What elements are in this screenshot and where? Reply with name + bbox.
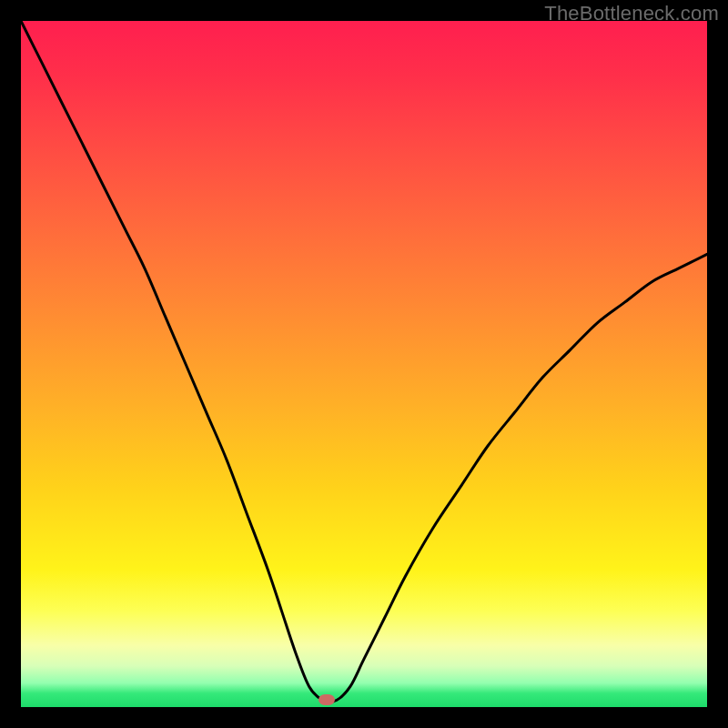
- optimal-point-marker: [318, 694, 335, 705]
- bottleneck-curve: [21, 21, 707, 707]
- watermark-text: TheBottleneck.com: [544, 2, 719, 25]
- outer-frame: TheBottleneck.com: [0, 0, 728, 728]
